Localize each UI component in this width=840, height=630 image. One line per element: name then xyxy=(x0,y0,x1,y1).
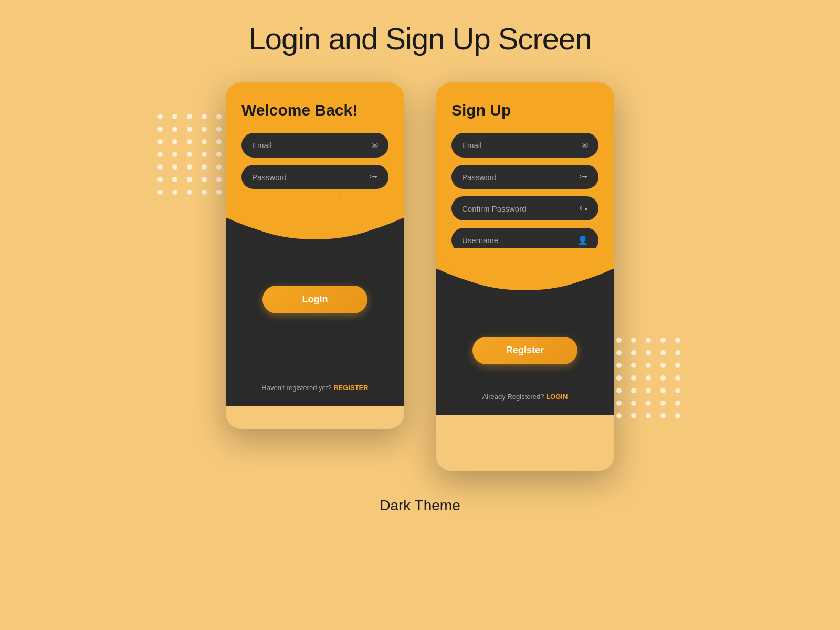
login-link[interactable]: LOGIN xyxy=(546,393,568,401)
confirm-password-input[interactable] xyxy=(462,204,574,213)
dot xyxy=(172,114,177,119)
dot xyxy=(616,375,622,381)
dark-theme-label: Dark Theme xyxy=(380,497,460,514)
dot xyxy=(202,190,207,195)
dot xyxy=(158,164,163,170)
dot xyxy=(616,401,622,406)
dot xyxy=(616,350,622,355)
dot xyxy=(631,350,636,355)
dots-left xyxy=(158,114,224,195)
dot xyxy=(646,350,651,355)
key-icon: 🗝 xyxy=(370,172,378,182)
dot xyxy=(187,177,192,182)
dot xyxy=(616,413,622,418)
dot xyxy=(675,401,680,406)
dot xyxy=(158,127,163,132)
login-title: Welcome Back! xyxy=(242,101,388,119)
dot xyxy=(202,152,207,157)
username-field[interactable]: 👤 xyxy=(452,228,598,253)
dot xyxy=(660,413,666,418)
dot xyxy=(675,413,680,418)
dot xyxy=(216,177,222,182)
dot xyxy=(202,177,207,182)
signup-bottom-section: Register Already Registered? LOGIN xyxy=(436,300,614,415)
login-input-group: ✉ 🗝 xyxy=(242,133,388,189)
dot xyxy=(660,401,666,406)
dot xyxy=(646,363,651,368)
login-bottom-text: Haven't registered yet? xyxy=(261,384,331,392)
signup-email-input[interactable] xyxy=(462,141,576,150)
dot xyxy=(631,413,636,418)
dot xyxy=(158,190,163,195)
login-button[interactable]: Login xyxy=(262,286,368,313)
dot xyxy=(216,190,222,195)
signup-input-group: ✉ 🗝 🗝 👤 xyxy=(452,133,598,253)
login-email-input[interactable] xyxy=(252,141,366,150)
email-icon: ✉ xyxy=(371,140,378,150)
login-top-section: Welcome Back! ✉ 🗝 Forgot Password? xyxy=(226,82,404,218)
dot xyxy=(158,177,163,182)
login-bottom-link: Haven't registered yet? REGISTER xyxy=(261,376,368,392)
dot xyxy=(172,190,177,195)
dot xyxy=(646,401,651,406)
dot xyxy=(187,190,192,195)
dot xyxy=(631,388,636,393)
signup-title: Sign Up xyxy=(452,101,598,119)
dots-right xyxy=(616,338,682,418)
register-link[interactable]: REGISTER xyxy=(333,384,368,392)
signup-bottom-text: Already Registered? xyxy=(482,393,544,401)
email-icon-signup: ✉ xyxy=(581,140,588,150)
dot xyxy=(660,388,666,393)
forgot-password-link[interactable]: Forgot Password? xyxy=(242,195,388,204)
dot xyxy=(187,127,192,132)
dot xyxy=(187,114,192,119)
signup-top-section: Sign Up ✉ 🗝 🗝 👤 xyxy=(436,82,614,269)
dot xyxy=(646,413,651,418)
dot xyxy=(202,114,207,119)
screens-container: Welcome Back! ✉ 🗝 Forgot Password? Log xyxy=(226,82,614,471)
dot xyxy=(187,152,192,157)
login-password-field[interactable]: 🗝 xyxy=(242,165,388,189)
dot xyxy=(172,127,177,132)
dot xyxy=(660,363,666,368)
signup-email-field[interactable]: ✉ xyxy=(452,133,598,158)
dot xyxy=(646,338,651,343)
dot xyxy=(675,363,680,368)
signup-password-input[interactable] xyxy=(462,173,574,182)
dot xyxy=(660,375,666,381)
page-title: Login and Sign Up Screen xyxy=(248,21,591,56)
dot xyxy=(631,375,636,381)
dot xyxy=(187,164,192,170)
dot xyxy=(660,350,666,355)
dot xyxy=(631,401,636,406)
dot xyxy=(675,338,680,343)
dot xyxy=(187,139,192,144)
dot xyxy=(216,164,222,170)
dot xyxy=(216,152,222,157)
login-password-input[interactable] xyxy=(252,173,364,182)
dot xyxy=(158,139,163,144)
dot xyxy=(216,139,222,144)
dot xyxy=(158,152,163,157)
dot xyxy=(616,388,622,393)
register-button[interactable]: Register xyxy=(472,337,578,364)
dot xyxy=(616,363,622,368)
signup-password-field[interactable]: 🗝 xyxy=(452,165,598,189)
dot xyxy=(216,114,222,119)
dot xyxy=(675,350,680,355)
login-card: Welcome Back! ✉ 🗝 Forgot Password? Log xyxy=(226,82,404,429)
dot xyxy=(202,164,207,170)
dot xyxy=(675,388,680,393)
login-bottom-section: Login Haven't registered yet? REGISTER xyxy=(226,249,404,406)
dot xyxy=(616,338,622,343)
username-input[interactable] xyxy=(462,236,572,245)
dot xyxy=(172,139,177,144)
dot xyxy=(631,363,636,368)
dot xyxy=(216,127,222,132)
login-email-field[interactable]: ✉ xyxy=(242,133,388,158)
dot xyxy=(631,338,636,343)
confirm-password-field[interactable]: 🗝 xyxy=(452,196,598,220)
dot xyxy=(675,375,680,381)
dot xyxy=(646,375,651,381)
key-icon-confirm: 🗝 xyxy=(580,204,588,213)
